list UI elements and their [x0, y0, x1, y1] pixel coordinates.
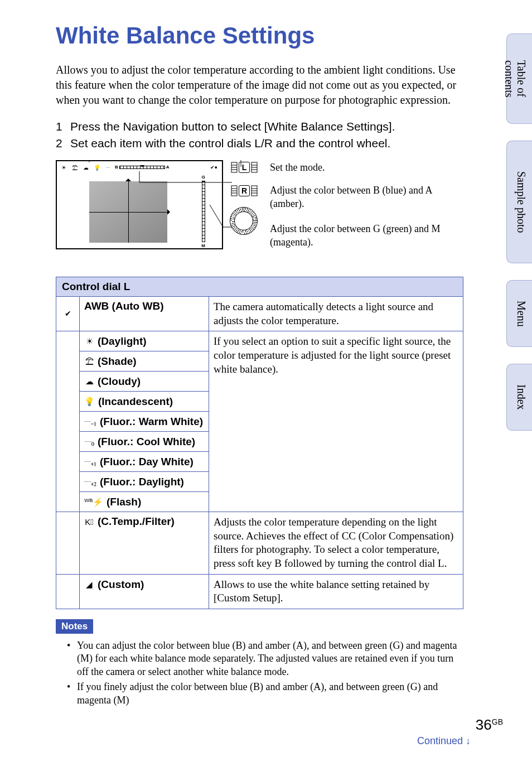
continued-text: Continued: [417, 735, 463, 746]
tab-index[interactable]: Index: [506, 364, 532, 431]
crosshair-v: [128, 181, 129, 243]
step-list: 1 Press the Navigation button to select …: [56, 120, 463, 150]
step-num: 2: [56, 137, 66, 150]
shade-label: ⛱(Shade): [80, 351, 209, 372]
ctemp-desc: Adjusts the color temperature depending …: [209, 512, 463, 574]
note-item: You can adjust the color between blue (B…: [67, 639, 463, 678]
flash-label: ᵂᴮ⚡(Flash): [80, 491, 209, 512]
custom-desc: Allows to use the white balance setting …: [209, 574, 463, 609]
screen-mode-row: ☀ ⛱ ☁ 💡 𝄖: [60, 165, 112, 171]
flash-icon: ᵂᴮ⚡: [84, 497, 103, 507]
continued-indicator: Continued ↓: [417, 735, 471, 747]
notes-list: You can adjust the color between blue (B…: [56, 639, 463, 707]
table-row: K⃠(C.Temp./Filter) Adjusts the color tem…: [56, 512, 463, 574]
check-dot-icon: ✔●: [210, 165, 217, 170]
check-icon: ✔: [56, 296, 80, 331]
sun-icon: ☀: [60, 165, 67, 171]
arrow-up-icon: [125, 176, 131, 181]
callout-l: Set the mode.: [270, 161, 460, 174]
page-region: GB: [492, 717, 503, 726]
awb-label: AWB (Auto WB): [80, 296, 209, 331]
fluor-cool-label: 𝄖₀(Fluor.: Cool White): [80, 431, 209, 451]
daylight-label: ☀(Daylight): [80, 331, 209, 351]
step-2: 2 Set each item with the control dials L…: [56, 137, 463, 150]
dial-l-badge: L: [230, 160, 259, 175]
step-text: Set each item with the control dials L/R…: [70, 137, 390, 150]
indicator-column: L R: [230, 160, 259, 235]
axis-b-label: B: [115, 165, 118, 170]
cloud-icon: ☁: [83, 165, 89, 171]
arrow-down-icon: ↓: [466, 735, 471, 746]
note-item: If you finely adjust the color between b…: [67, 681, 463, 707]
axis-g-label: G: [202, 175, 205, 180]
dial-r-letter: R: [239, 185, 250, 196]
ctemp-label: K⃠(C.Temp./Filter): [80, 512, 209, 574]
diagram-screen: ☀ ⛱ ☁ 💡 𝄖 B A ✔● G M: [56, 160, 259, 249]
custom-icon-cell: [56, 574, 80, 609]
fluor-icon: 𝄖₊₂: [84, 477, 96, 487]
control-wheel-icon: [230, 207, 258, 235]
shade-icon: ⛱: [84, 356, 94, 366]
arrow-right-icon: [167, 209, 173, 215]
dial-l-letter: L: [239, 162, 250, 173]
bulb-icon: 💡: [84, 397, 95, 407]
cloud-icon: ☁: [84, 377, 94, 387]
fluor-icon: 𝄖: [105, 165, 112, 171]
step-num: 1: [56, 120, 66, 133]
fluor-warm-label: 𝄖₋₁(Fluor.: Warm White): [80, 411, 209, 431]
side-tabs: Table of contents Sample photo Menu Inde…: [506, 33, 532, 431]
custom-label: ◢(Custom): [80, 574, 209, 609]
fluor-daywhite-label: 𝄖₊₁(Fluor.: Day White): [80, 451, 209, 471]
wb-table: Control dial L ✔ AWB (Auto WB) The camer…: [56, 277, 463, 609]
intro-paragraph: Allows you to adjust the color temperatu…: [56, 62, 463, 108]
table-row: ✔ AWB (Auto WB) The camera automatically…: [56, 296, 463, 331]
ctemp-icon-cell: [56, 512, 80, 574]
cloudy-label: ☁(Cloudy): [80, 371, 209, 391]
fluor-icon: 𝄖₋₁: [84, 417, 96, 427]
table-header: Control dial L: [56, 277, 463, 296]
callout-r: Adjust the color between B (blue) and A …: [270, 184, 460, 210]
tab-menu[interactable]: Menu: [506, 280, 532, 347]
fluor-daylight-label: 𝄖₊₂(Fluor.: Daylight): [80, 471, 209, 491]
page-number-value: 36: [476, 716, 492, 733]
gm-scale: G M: [201, 175, 205, 248]
page-number: 36GB: [476, 716, 503, 734]
diagram-callouts: Set the mode. Adjust the color between B…: [270, 160, 460, 261]
callout-wheel: Adjust the color between G (green) and M…: [270, 223, 460, 249]
page-title: White Balance Settings: [56, 22, 512, 49]
diagram-row: ☀ ⛱ ☁ 💡 𝄖 B A ✔● G M: [56, 160, 512, 261]
shade-icon: ⛱: [71, 165, 78, 171]
tab-toc[interactable]: Table of contents: [506, 33, 532, 124]
fluor-icon: 𝄖₊₁: [84, 457, 96, 467]
sun-icon: ☀: [84, 336, 94, 346]
incandescent-label: 💡(Incandescent): [80, 391, 209, 411]
preset-icon-cell: [56, 331, 80, 512]
step-text: Press the Navigation button to select [W…: [70, 120, 395, 133]
preset-desc: If you select an option to suit a specif…: [209, 331, 463, 512]
wb-screen-box: ☀ ⛱ ☁ 💡 𝄖 B A ✔● G M: [56, 160, 223, 249]
custom-icon: ◢: [84, 580, 94, 590]
dial-r-badge: R: [230, 184, 259, 198]
gm-bar: [202, 181, 205, 242]
preview-square: [89, 181, 167, 243]
ctemp-icon: K⃠: [84, 517, 94, 527]
table-row: ☀(Daylight) If you select an option to s…: [56, 331, 463, 351]
bulb-icon: 💡: [94, 165, 100, 171]
notes-heading: Notes: [56, 619, 93, 634]
axis-m-label: M: [201, 243, 205, 248]
ba-bar: [119, 166, 165, 169]
fluor-icon: 𝄖₀: [84, 437, 94, 447]
table-row: ◢(Custom) Allows to use the white balanc…: [56, 574, 463, 609]
step-1: 1 Press the Navigation button to select …: [56, 120, 463, 133]
axis-a-label: A: [166, 165, 170, 170]
tab-sample-photo[interactable]: Sample photo: [506, 141, 532, 263]
awb-desc: The camera automatically detects a light…: [209, 296, 463, 331]
ba-scale: B A: [115, 165, 170, 170]
